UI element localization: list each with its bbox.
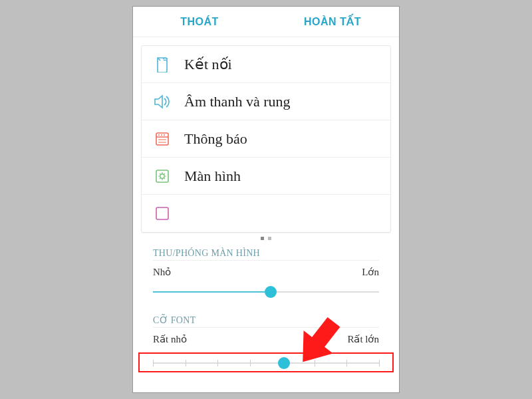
- svg-rect-17: [156, 207, 168, 219]
- font-slider[interactable]: [153, 356, 379, 370]
- list-item-notification[interactable]: Thông báo: [142, 120, 390, 158]
- svg-rect-0: [156, 133, 168, 145]
- done-button[interactable]: HOÀN TẤT: [266, 15, 399, 28]
- zoom-max-label: Lớn: [362, 266, 379, 278]
- zoom-min-label: Nhỏ: [153, 266, 171, 278]
- list-label: Kết nối: [184, 56, 232, 73]
- wallpaper-icon: [154, 205, 171, 222]
- list-item-display[interactable]: Màn hình: [142, 158, 390, 195]
- svg-line-13: [160, 174, 160, 174]
- page-dot: [261, 237, 264, 240]
- slider-ticks: [153, 360, 379, 366]
- phone-frame: THOÁT HOÀN TẤT Kết nối Âm thanh và rung …: [132, 6, 400, 393]
- zoom-section: THU/PHÓNG MÀN HÌNH Nhỏ Lớn: [133, 247, 399, 299]
- header-bar: THOÁT HOÀN TẤT: [133, 7, 399, 37]
- exit-button[interactable]: THOÁT: [133, 16, 266, 28]
- svg-line-15: [164, 174, 165, 174]
- list-item-clipped[interactable]: .: [142, 195, 390, 232]
- svg-line-16: [160, 178, 160, 178]
- svg-rect-7: [156, 170, 168, 182]
- font-section: CỠ FONT Rất nhỏ Rất lớn: [133, 314, 399, 345]
- list-label: Thông báo: [184, 130, 247, 148]
- page-indicator: [133, 237, 399, 240]
- slider-thumb[interactable]: [278, 357, 290, 369]
- zoom-slider[interactable]: [153, 285, 379, 299]
- list-item-sound[interactable]: Âm thanh và rung: [142, 83, 390, 120]
- font-min-label: Rất nhỏ: [153, 333, 187, 345]
- svg-line-14: [164, 178, 165, 178]
- list-item-connection[interactable]: Kết nối: [142, 46, 390, 83]
- list-label: Màn hình: [184, 168, 241, 185]
- notification-icon: [154, 130, 171, 148]
- font-max-label: Rất lớn: [347, 333, 379, 345]
- page-dot: [268, 237, 271, 240]
- connection-icon: [154, 56, 171, 73]
- list-label: Âm thanh và rung: [184, 93, 290, 110]
- font-slider-row: [133, 352, 399, 374]
- display-icon: [154, 168, 171, 185]
- slider-track-filled: [153, 291, 271, 293]
- font-title: CỠ FONT: [153, 315, 196, 325]
- slider-thumb[interactable]: [265, 286, 277, 298]
- svg-point-4: [164, 134, 165, 136]
- svg-point-8: [160, 174, 164, 178]
- sound-icon: [154, 93, 171, 110]
- zoom-title: THU/PHÓNG MÀN HÌNH: [153, 248, 260, 258]
- svg-point-3: [161, 134, 162, 136]
- svg-point-2: [158, 134, 160, 136]
- settings-preview-card: Kết nối Âm thanh và rung Thông báo Màn h…: [141, 45, 391, 233]
